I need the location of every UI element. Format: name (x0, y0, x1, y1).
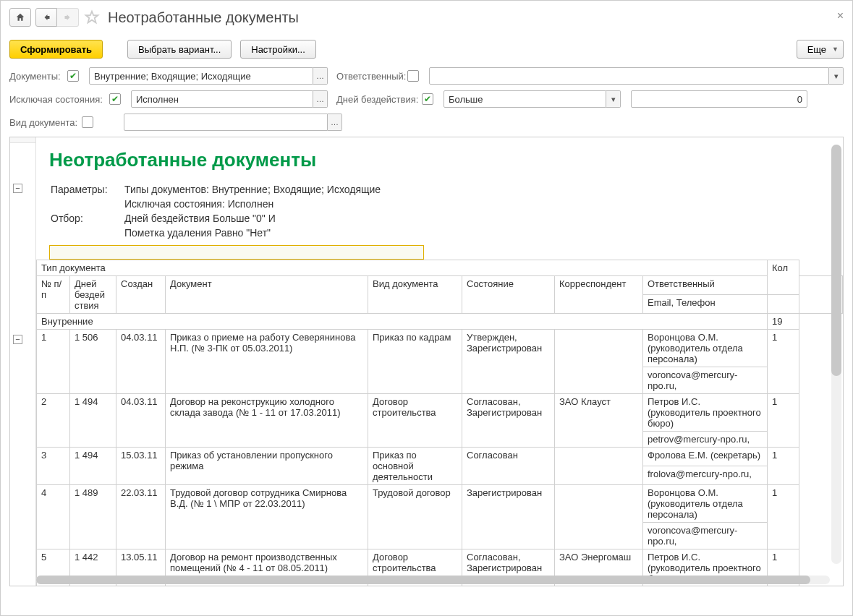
table-row[interactable]: 41 48922.03.11Трудовой договор сотрудник… (37, 485, 843, 523)
filter-documents-picker[interactable]: … (313, 67, 328, 85)
cell-resp: Воронцова О.М. (руководитель отдела перс… (643, 485, 768, 523)
filter-responsible-dropdown[interactable]: ▾ (829, 67, 844, 85)
hdr-doc-type: Тип документа (37, 260, 768, 276)
filter-exclude-states-input[interactable] (131, 90, 313, 108)
filter-responsible-label: Ответственный: (336, 71, 407, 82)
collapse-report-icon[interactable]: − (13, 184, 22, 193)
report-parameters: Параметры: Типы документов: Внутренние; … (49, 181, 386, 241)
hdr-resp: Ответственный (643, 276, 768, 295)
cell-state: Зарегистрирован (462, 485, 555, 549)
cell-contact: voroncova@mercury-npo.ru, (643, 523, 768, 549)
hdr-count: Кол (768, 260, 799, 295)
cell-contact: voroncova@mercury-npo.ru, (643, 367, 768, 394)
arrow-right-icon (64, 13, 72, 22)
filter-responsible-input[interactable] (429, 67, 829, 85)
cell-corr: ЗАО Клауст (555, 394, 643, 448)
house-icon (15, 12, 25, 22)
filter-idle-days-op[interactable] (444, 90, 606, 108)
hdr-kind: Вид документа (368, 276, 462, 314)
top-bar: Неотработанные документы (9, 8, 844, 27)
filter-documents-input[interactable] (89, 67, 313, 85)
report-frame: − − Неотработанные документы Параметры: … (9, 137, 844, 586)
cell-resp: Фролова Е.М. (секретарь) (643, 448, 768, 466)
cell-count: 1 (768, 394, 799, 448)
vertical-scrollbar[interactable] (831, 145, 841, 564)
group-name: Внутренние (37, 314, 768, 330)
window-title: Неотработанные документы (108, 9, 299, 26)
cell-resp: Воронцова О.М. (руководитель отдела перс… (643, 330, 768, 367)
report-outline-gutter: − − (10, 137, 36, 586)
selection-highlight (49, 245, 424, 260)
hdr-state: Состояние (462, 276, 555, 314)
cell-contact: frolova@mercury-npo.ru, (643, 466, 768, 485)
hdr-corr: Корреспондент (555, 276, 643, 314)
filter-exclude-states-checkbox[interactable] (109, 93, 121, 105)
filter-label: Отбор: (51, 212, 123, 225)
filter-doc-kind-input[interactable] (124, 114, 328, 131)
filter-exclude-states-picker[interactable]: … (313, 90, 328, 108)
cell-date: 04.03.11 (116, 330, 166, 394)
cell-kind: Трудовой договор (368, 485, 462, 549)
cell-corr (555, 485, 643, 549)
cell-days: 1 494 (70, 448, 116, 485)
cell-date: 22.03.11 (116, 485, 166, 549)
param-label: Параметры: (51, 183, 123, 196)
cell-days: 1 494 (70, 394, 116, 448)
generate-button[interactable]: Сформировать (9, 40, 103, 59)
report-table: Тип документа Кол № п/п Дней бездей стви… (36, 260, 843, 586)
cell-doc: Договор на реконструкцию холодного склад… (166, 394, 368, 448)
cell-days: 1 489 (70, 485, 116, 549)
settings-button[interactable]: Настройки... (240, 40, 316, 59)
filter-idle-days-op-dropdown[interactable]: ▾ (606, 90, 621, 108)
cell-doc: Приказ об установлении пропускного режим… (166, 448, 368, 485)
table-row[interactable]: 11 50604.03.11Приказ о приеме на работу … (37, 330, 843, 367)
filter-idle-days-value[interactable] (631, 90, 807, 108)
table-row[interactable]: 31 49415.03.11Приказ об установлении про… (37, 448, 843, 466)
cell-kind: Договор строительства (368, 394, 462, 448)
nav-back-button[interactable] (35, 8, 57, 27)
cell-n: 4 (37, 485, 70, 549)
cell-days: 1 506 (70, 330, 116, 394)
cell-doc: Приказ о приеме на работу Северянинова Н… (166, 330, 368, 394)
more-button[interactable]: Еще ▼ (797, 40, 844, 59)
table-row[interactable]: 21 49404.03.11Договор на реконструкцию х… (37, 394, 843, 432)
cell-count: 1 (768, 485, 799, 549)
cell-state: Утвержден, Зарегистрирован (462, 330, 555, 394)
param-line1: Типы документов: Внутренние; Входящие; И… (124, 183, 385, 196)
horizontal-scrollbar[interactable] (36, 576, 830, 584)
filter-idle-days-label: Дней бездействия: (336, 94, 422, 105)
cell-contact: petrov@mercury-npo.ru, (643, 432, 768, 448)
filter-doc-kind-label: Вид документа: (9, 117, 82, 128)
cell-kind: Приказ по кадрам (368, 330, 462, 394)
hdr-contact: Email, Телефон (643, 295, 768, 314)
filter-doc-kind-checkbox[interactable] (82, 116, 93, 128)
cell-n: 3 (37, 448, 70, 485)
cell-corr (555, 448, 643, 485)
cell-date: 15.03.11 (116, 448, 166, 485)
filter-documents-checkbox[interactable] (67, 70, 79, 82)
filter-idle-days-checkbox[interactable] (422, 93, 433, 105)
action-row: Сформировать Выбрать вариант... Настройк… (9, 40, 844, 59)
cell-resp: Петров И.С. (руководитель проектного бюр… (643, 394, 768, 432)
param-line2: Исключая состояния: Исполнен (124, 197, 385, 210)
group-row[interactable]: Внутренние 19 (37, 314, 843, 330)
filter-line1: Дней бездействия Больше "0" И (124, 212, 385, 225)
cell-count: 1 (768, 448, 799, 485)
collapse-group-icon[interactable]: − (13, 335, 22, 344)
group-count: 19 (768, 314, 799, 330)
hdr-days: Дней бездей ствия (70, 276, 116, 314)
favorite-star-icon[interactable] (83, 9, 101, 26)
cell-n: 1 (37, 330, 70, 394)
filter-responsible-checkbox[interactable] (407, 70, 419, 82)
report-title: Неотработанные документы (49, 149, 830, 171)
cell-n: 2 (37, 394, 70, 448)
filter-doc-kind-picker[interactable]: … (328, 114, 342, 131)
hdr-created: Создан (116, 276, 166, 314)
close-icon[interactable]: × (837, 9, 844, 22)
choose-variant-button[interactable]: Выбрать вариант... (127, 40, 232, 59)
filter-documents-label: Документы: (9, 71, 67, 82)
cell-count: 1 (768, 330, 799, 394)
arrow-left-icon (42, 13, 51, 22)
home-button[interactable] (9, 8, 31, 27)
more-button-label: Еще (807, 44, 826, 55)
